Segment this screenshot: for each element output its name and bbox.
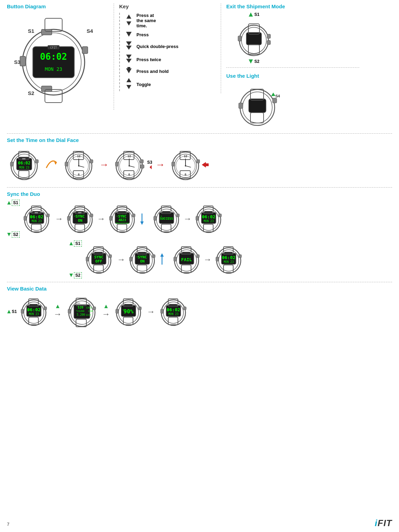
svg-text:MON 23: MON 23 bbox=[203, 220, 213, 223]
sync-duo-title: Sync the Duo bbox=[7, 191, 392, 197]
s2-down-arrow-exit bbox=[248, 59, 253, 64]
svg-rect-155 bbox=[196, 216, 199, 220]
svg-text:06:02: 06:02 bbox=[18, 161, 30, 165]
svg-rect-145 bbox=[154, 216, 156, 220]
view-stats-watch: 520 CALS *15200 STEP 5.200 DIST *■■■ bbox=[65, 294, 99, 329]
button-diagram-title: Button Diagram bbox=[7, 3, 110, 9]
svg-text:MON 23: MON 23 bbox=[168, 313, 178, 316]
svg-rect-66 bbox=[90, 160, 93, 163]
svg-text:S4: S4 bbox=[275, 94, 280, 98]
view-basic-section: View Basic Data S1 bbox=[7, 286, 392, 332]
right-column: Exit the Shipment Mode S1 bbox=[221, 3, 359, 130]
svg-text:*15200: *15200 bbox=[76, 310, 84, 313]
key-item-quick-double: Quick double-press bbox=[124, 41, 216, 52]
svg-rect-92 bbox=[197, 160, 200, 163]
svg-rect-239 bbox=[116, 309, 118, 313]
svg-rect-168 bbox=[86, 257, 89, 261]
svg-marker-24 bbox=[126, 68, 132, 73]
key-section: Key Press atthe sametime. bbox=[114, 3, 221, 93]
svg-rect-194 bbox=[182, 252, 190, 254]
svg-text:520: 520 bbox=[78, 306, 83, 309]
sync-s1-top-label: S1 bbox=[12, 200, 20, 206]
svg-rect-149 bbox=[162, 211, 170, 213]
svg-marker-233 bbox=[104, 305, 108, 308]
svg-marker-17 bbox=[126, 15, 131, 19]
svg-text:MON 23: MON 23 bbox=[45, 66, 63, 72]
svg-rect-179 bbox=[152, 255, 155, 258]
sync-s2-bottom-label: S2 bbox=[74, 272, 82, 278]
svg-marker-26 bbox=[126, 78, 131, 82]
svg-rect-43 bbox=[239, 103, 243, 108]
svg-rect-183 bbox=[138, 252, 146, 254]
exit-s2-label: S2 bbox=[254, 59, 259, 64]
exit-s1-label: S1 bbox=[254, 12, 259, 17]
view-final-arrow: → bbox=[147, 307, 155, 316]
svg-rect-178 bbox=[130, 257, 132, 261]
view-battery-watch: 90% * bbox=[113, 294, 144, 329]
set-time-watch-2: 12 6 bbox=[61, 146, 96, 184]
svg-rect-25 bbox=[127, 67, 130, 69]
key-item-press-hold: Press and hold bbox=[124, 67, 216, 75]
key-item-press-twice: Press twice bbox=[124, 54, 216, 65]
sync-fail-watch: FAIL bbox=[171, 242, 202, 277]
set-time-watch-1: 06:02 MON 23 ■■■ * bbox=[7, 146, 41, 184]
svg-text:*: * bbox=[223, 256, 224, 260]
svg-marker-45 bbox=[271, 93, 275, 96]
svg-rect-6 bbox=[41, 86, 52, 92]
sync-arrow-1: → bbox=[55, 214, 63, 224]
svg-rect-217 bbox=[29, 304, 38, 306]
key-item-press: Press bbox=[124, 30, 216, 39]
key-text-quick-double: Quick double-press bbox=[136, 44, 178, 49]
svg-rect-35 bbox=[267, 34, 270, 38]
svg-text:CALS: CALS bbox=[86, 306, 92, 309]
page-number: 7 bbox=[7, 522, 9, 527]
svg-rect-5 bbox=[41, 29, 52, 35]
svg-text:06:02: 06:02 bbox=[40, 51, 67, 62]
svg-rect-212 bbox=[21, 309, 24, 313]
svg-text:6: 6 bbox=[78, 173, 79, 176]
svg-rect-131 bbox=[110, 216, 112, 220]
key-text-toggle: Toggle bbox=[136, 82, 151, 87]
svg-text:6: 6 bbox=[184, 173, 186, 176]
svg-rect-120 bbox=[90, 214, 93, 217]
svg-marker-100 bbox=[7, 201, 11, 205]
sync-fail-arrow: → bbox=[203, 255, 212, 264]
svg-rect-53 bbox=[35, 160, 38, 163]
view-s1-arrow bbox=[7, 310, 11, 314]
svg-rect-42 bbox=[250, 113, 264, 123]
button-diagram-watch: 06:02 MON 23 CF bbox=[7, 12, 100, 109]
svg-text:S2: S2 bbox=[28, 90, 34, 96]
svg-text:FAIL: FAIL bbox=[181, 257, 192, 262]
set-time-arrow-curved bbox=[45, 156, 58, 174]
svg-rect-254 bbox=[169, 304, 177, 306]
sync-on-watch: SYNC ON * ■■■ bbox=[65, 201, 96, 236]
view-up-arrow-2 bbox=[104, 304, 108, 308]
svg-rect-132 bbox=[132, 214, 135, 217]
svg-rect-172 bbox=[94, 252, 103, 254]
svg-rect-156 bbox=[219, 214, 221, 217]
svg-text:90%: 90% bbox=[123, 308, 133, 315]
svg-rect-169 bbox=[109, 255, 112, 258]
svg-marker-28 bbox=[249, 12, 253, 17]
svg-text:*: * bbox=[28, 308, 29, 312]
svg-text:■■■: ■■■ bbox=[35, 211, 38, 213]
svg-text:*: * bbox=[123, 308, 124, 312]
svg-rect-243 bbox=[124, 304, 132, 306]
svg-point-71 bbox=[78, 165, 79, 167]
svg-rect-191 bbox=[174, 257, 177, 261]
svg-marker-98 bbox=[202, 162, 206, 168]
svg-marker-206 bbox=[7, 310, 11, 313]
svg-rect-107 bbox=[24, 216, 27, 220]
svg-text:*: * bbox=[136, 256, 138, 259]
key-text-press-hold: Press and hold bbox=[136, 69, 169, 74]
sync-final-success-watch: 06:02 MON 23 * bbox=[193, 201, 224, 236]
svg-rect-99 bbox=[206, 163, 209, 166]
svg-text:*: * bbox=[116, 215, 118, 218]
svg-text:OFF: OFF bbox=[95, 259, 102, 264]
sync-branch-arrow bbox=[139, 212, 150, 226]
svg-marker-20 bbox=[126, 41, 132, 46]
button-diagram-section: Button Diagram 06:02 MON 23 bbox=[7, 3, 114, 110]
svg-rect-7 bbox=[20, 56, 26, 66]
svg-rect-137 bbox=[118, 211, 126, 213]
svg-text:MON 23: MON 23 bbox=[19, 166, 29, 169]
